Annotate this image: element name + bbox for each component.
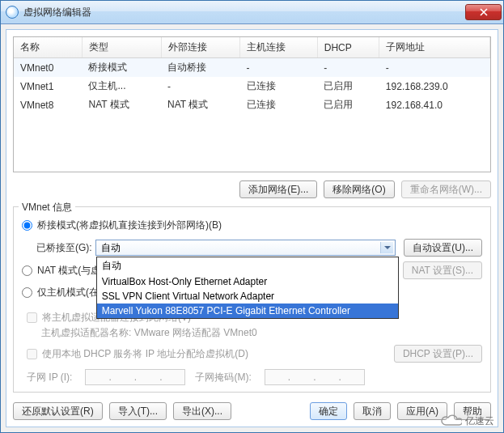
close-icon xyxy=(480,8,488,16)
vmnet-table[interactable]: 名称 类型 外部连接 主机连接 DHCP 子网地址 VMnet0 桥接模式 自动… xyxy=(13,36,491,172)
col-ext[interactable]: 外部连接 xyxy=(161,37,240,58)
remove-network-button[interactable]: 移除网络(O) xyxy=(324,180,394,198)
ip-row: 子网 IP (I): ... 子网掩码(M): ... xyxy=(27,369,482,385)
bridge-radio[interactable] xyxy=(22,220,32,231)
app-icon xyxy=(6,6,19,19)
dropdown-item[interactable]: 自动 xyxy=(97,257,398,274)
host-connect-checkbox[interactable] xyxy=(27,312,37,323)
client-area: 名称 类型 外部连接 主机连接 DHCP 子网地址 VMnet0 桥接模式 自动… xyxy=(6,29,498,427)
hostonly-radio[interactable] xyxy=(22,287,32,298)
dhcp-check-row[interactable]: 使用本地 DHCP 服务将 IP 地址分配给虚拟机(D) DHCP 设置(P).… xyxy=(27,345,482,363)
col-host[interactable]: 主机连接 xyxy=(240,37,318,58)
titlebar: 虚拟网络编辑器 xyxy=(1,1,503,24)
bridge-to-select[interactable]: 自动 自动 VirtualBox Host-Only Ethernet Adap… xyxy=(95,240,396,256)
dhcp-settings-button[interactable]: DHCP 设置(P)... xyxy=(394,345,482,363)
col-name[interactable]: 名称 xyxy=(14,37,82,58)
bottom-button-bar: 还原默认设置(R) 导入(T)... 导出(X)... 确定 取消 应用(A) … xyxy=(13,402,491,420)
dhcp-checkbox[interactable] xyxy=(27,349,37,359)
subnet-ip-label: 子网 IP (I): xyxy=(27,371,72,384)
dhcp-label: 使用本地 DHCP 服务将 IP 地址分配给虚拟机(D) xyxy=(42,347,248,361)
dropdown-item[interactable]: Marvell Yukon 88E8057 PCI-E Gigabit Ethe… xyxy=(97,304,398,318)
close-button[interactable] xyxy=(465,4,502,20)
export-button[interactable]: 导出(X)... xyxy=(173,402,231,420)
import-button[interactable]: 导入(T)... xyxy=(109,402,167,420)
rename-network-button[interactable]: 重命名网络(W)... xyxy=(401,180,491,198)
subnet-mask-input[interactable]: ... xyxy=(265,369,365,385)
dropdown-item[interactable]: VirtualBox Host-Only Ethernet Adapter xyxy=(97,274,398,289)
dropdown-item[interactable]: SSL VPN Client Virtual Network Adapter xyxy=(97,289,398,304)
subnet-ip-input[interactable]: ... xyxy=(85,369,185,385)
cloud-icon xyxy=(439,414,462,428)
add-network-button[interactable]: 添加网络(E)... xyxy=(239,180,317,198)
col-dhcp[interactable]: DHCP xyxy=(317,37,379,58)
hostonly-label: 仅主机模式(在 xyxy=(37,286,99,299)
nat-radio[interactable] xyxy=(22,265,32,276)
nat-label: NAT 模式(与虚 xyxy=(37,264,100,278)
auto-settings-button[interactable]: 自动设置(U)... xyxy=(404,239,482,257)
col-subnet[interactable]: 子网地址 xyxy=(379,37,490,58)
table-row[interactable]: VMnet1 仅主机... - 已连接 已启用 192.168.239.0 xyxy=(14,77,490,96)
bridge-to-dropdown: 自动 VirtualBox Host-Only Ethernet Adapter… xyxy=(96,257,399,319)
ok-button[interactable]: 确定 xyxy=(310,402,347,420)
watermark-text: 亿速云 xyxy=(465,414,494,428)
table-row[interactable]: VMnet0 桥接模式 自动桥接 - - - xyxy=(14,58,490,78)
watermark-logo: 亿速云 xyxy=(439,414,494,428)
col-type[interactable]: 类型 xyxy=(82,37,161,58)
nat-settings-button[interactable]: NAT 设置(S)... xyxy=(403,261,482,279)
bridge-mode-radio-row[interactable]: 桥接模式(将虚拟机直接连接到外部网络)(B) xyxy=(22,219,482,232)
bridge-to-value: 自动 xyxy=(101,241,121,255)
vmnet-info-group: VMnet 信息 桥接模式(将虚拟机直接连接到外部网络)(B) 已桥接至(G):… xyxy=(13,206,491,393)
cancel-button[interactable]: 取消 xyxy=(354,402,391,420)
network-buttons-row: 添加网络(E)... 移除网络(O) 重命名网络(W)... xyxy=(13,180,491,198)
restore-defaults-button[interactable]: 还原默认设置(R) xyxy=(13,402,103,420)
group-legend: VMnet 信息 xyxy=(19,201,75,214)
subnet-mask-label: 子网掩码(M): xyxy=(195,371,251,384)
bridge-to-label: 已桥接至(G): xyxy=(36,241,92,255)
bridge-to-row: 已桥接至(G): 自动 自动 VirtualBox Host-Only Ethe… xyxy=(36,239,482,257)
bridge-label: 桥接模式(将虚拟机直接连接到外部网络)(B) xyxy=(37,219,222,232)
window: 虚拟网络编辑器 名称 类型 外部连接 主机连接 DHCP 子网地址 VMnet0 xyxy=(0,0,504,433)
chevron-down-icon xyxy=(380,242,393,253)
table-row[interactable]: VMnet8 NAT 模式 NAT 模式 已连接 已启用 192.168.41.… xyxy=(14,96,490,114)
window-title: 虚拟网络编辑器 xyxy=(23,6,465,19)
host-adapter-name: 主机虚拟适配器名称: VMware 网络适配器 VMnet0 xyxy=(41,326,482,340)
